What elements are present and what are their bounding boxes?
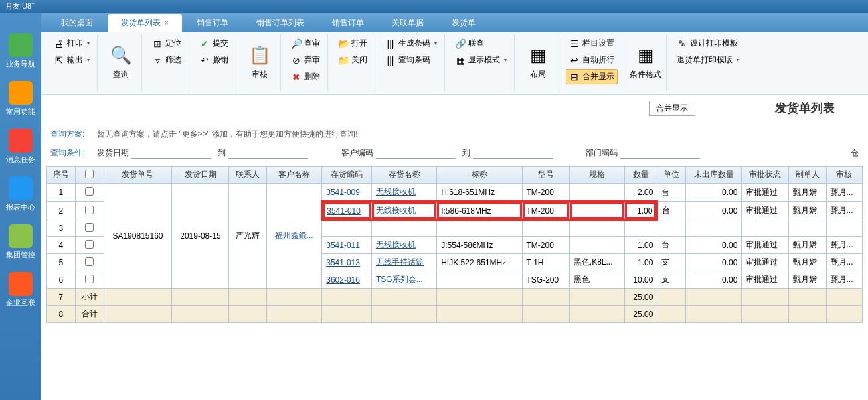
- layout-icon: ▦: [527, 45, 549, 66]
- col-header[interactable]: 发货单号: [104, 167, 172, 184]
- col-header[interactable]: 单位: [657, 167, 686, 184]
- cell-link[interactable]: TSG系列会...: [376, 275, 423, 284]
- designprint-button[interactable]: ✎设计打印模板: [673, 36, 742, 51]
- cell: [172, 306, 229, 323]
- sidebar-icon: [9, 33, 33, 57]
- cust-code-to[interactable]: [473, 147, 553, 159]
- col-header[interactable]: 型号: [522, 167, 569, 184]
- col-header[interactable]: [75, 167, 104, 184]
- cell-link[interactable]: 无线接收机: [376, 240, 416, 249]
- tab-3[interactable]: 销售订单列表: [243, 14, 317, 32]
- check-button[interactable]: 🔎查审: [288, 36, 323, 51]
- col-header[interactable]: 发货日期: [172, 167, 229, 184]
- cell: [826, 220, 862, 237]
- row-checkbox[interactable]: [85, 275, 94, 283]
- tab-5[interactable]: 关联单据: [379, 14, 437, 32]
- sidebar-item-5[interactable]: 企业互联: [6, 272, 35, 308]
- audit-button[interactable]: 📋审核: [243, 36, 276, 89]
- dept-code-input[interactable]: [620, 147, 700, 159]
- tab-6[interactable]: 发货单: [438, 14, 489, 32]
- to-label-1: 到: [218, 147, 226, 159]
- col-header[interactable]: 未出库数量: [686, 167, 742, 184]
- cell-link[interactable]: 3541-009: [326, 188, 360, 197]
- cell-link[interactable]: 无线接收机: [376, 206, 416, 215]
- cell-link[interactable]: 无线手持话筒: [376, 257, 424, 267]
- sidebar-item-2[interactable]: 消息任务: [6, 129, 35, 165]
- sidebar-item-4[interactable]: 集团管控: [6, 224, 35, 260]
- col-header[interactable]: 标称: [437, 167, 522, 184]
- sidebar-label: 企业互联: [6, 298, 35, 308]
- col-header[interactable]: 客户名称: [266, 167, 321, 184]
- returnprint-button[interactable]: 退货单打印模版▾: [673, 52, 742, 68]
- col-header[interactable]: 制单人: [788, 167, 826, 184]
- mergedisp-button[interactable]: ⊟合并显示: [566, 69, 618, 84]
- col-header[interactable]: 联系人: [229, 167, 267, 184]
- gencode-button[interactable]: |||生成条码▾: [382, 36, 440, 51]
- layout-button[interactable]: ▦布局: [521, 36, 555, 89]
- query-button[interactable]: 🔍查询: [104, 36, 137, 89]
- row-checkbox[interactable]: [85, 206, 94, 214]
- sidebar-item-1[interactable]: 常用功能: [6, 81, 35, 117]
- cell: [569, 202, 624, 220]
- row-checkbox[interactable]: [85, 187, 94, 196]
- cell: TM-200: [522, 184, 569, 202]
- abandon-button[interactable]: ⊘弃审: [288, 52, 323, 68]
- col-header[interactable]: 序号: [47, 167, 76, 184]
- cell: 甄月...: [826, 184, 862, 202]
- row-checkbox[interactable]: [85, 257, 94, 266]
- dispmode-button[interactable]: ▦显示模式▾: [452, 52, 510, 68]
- col-header[interactable]: 存货名称: [371, 167, 436, 184]
- data-grid[interactable]: 序号发货单号发货日期联系人客户名称存货编码存货名称标称型号规格数量单位未出库数量…: [46, 166, 863, 323]
- tabstrip: 我的桌面发货单列表×销售订单销售订单列表销售订单关联单据发货单: [41, 13, 868, 32]
- cell-link[interactable]: 3541-011: [326, 241, 360, 250]
- autowrap-button[interactable]: ↩自动折行: [566, 52, 618, 68]
- cell: [522, 306, 569, 323]
- locate-button[interactable]: ⊞定位: [149, 36, 185, 51]
- col-header[interactable]: 审批状态: [742, 167, 788, 184]
- clipboard-icon: 📋: [249, 45, 270, 66]
- select-all-checkbox[interactable]: [85, 170, 94, 178]
- ship-date-from[interactable]: [131, 147, 211, 159]
- cell: TSG系列会...: [371, 271, 436, 289]
- close-button[interactable]: 📁关闭: [335, 52, 371, 68]
- condfmt-button[interactable]: ▦条件格式: [629, 36, 662, 89]
- cell-link[interactable]: 福州鑫鍛...: [275, 231, 313, 240]
- sidebar-item-0[interactable]: 业务导航: [6, 33, 35, 69]
- print-button[interactable]: 🖨打印▾: [50, 36, 93, 51]
- tab-2[interactable]: 销售订单: [183, 14, 242, 32]
- combine-display-box[interactable]: 合并显示: [649, 101, 695, 116]
- tab-1[interactable]: 发货单列表×: [108, 14, 182, 32]
- delete-button[interactable]: ✖删除: [288, 69, 323, 84]
- sidebar-item-3[interactable]: 报表中心: [6, 176, 35, 212]
- submit-button[interactable]: ✔提交: [196, 36, 232, 51]
- to-label-2: 到: [462, 147, 470, 159]
- col-header[interactable]: 数量: [624, 167, 657, 184]
- cell: [322, 289, 372, 306]
- linkquery-button[interactable]: 🔗联查: [452, 36, 510, 51]
- col-header[interactable]: 存货编码: [322, 167, 372, 184]
- open-button[interactable]: 📂打开: [335, 36, 371, 51]
- cell: 小计: [75, 289, 104, 306]
- cell: [624, 220, 657, 237]
- filter-button[interactable]: ▿筛选: [149, 52, 185, 68]
- cell-link[interactable]: 3541-010: [327, 206, 361, 216]
- cell-link[interactable]: 无线接收机: [376, 187, 416, 196]
- row-checkbox[interactable]: [85, 240, 94, 249]
- tab-4[interactable]: 销售订单: [319, 14, 377, 32]
- querycode-button[interactable]: |||查询条码: [382, 52, 440, 68]
- cell-link[interactable]: 3541-013: [326, 258, 360, 267]
- col-header[interactable]: 规格: [569, 167, 624, 184]
- row-checkbox[interactable]: [85, 223, 94, 232]
- col-header[interactable]: 审核: [826, 167, 862, 184]
- output-button[interactable]: ⇱输出▾: [50, 52, 93, 68]
- cancel-submit-button[interactable]: ↶撤销: [196, 52, 232, 68]
- table-row[interactable]: 1SA1908151602019-08-15严光辉福州鑫鍛...3541-009…: [47, 184, 863, 202]
- tab-0[interactable]: 我的桌面: [48, 14, 106, 32]
- colset-button[interactable]: ☰栏目设置: [566, 36, 618, 51]
- cell: 1: [47, 184, 76, 202]
- cell: 台: [657, 237, 686, 254]
- ship-date-to[interactable]: [228, 147, 308, 159]
- cell-link[interactable]: 3602-016: [326, 275, 360, 285]
- cust-code-from[interactable]: [376, 147, 456, 159]
- tab-close-icon[interactable]: ×: [165, 19, 169, 27]
